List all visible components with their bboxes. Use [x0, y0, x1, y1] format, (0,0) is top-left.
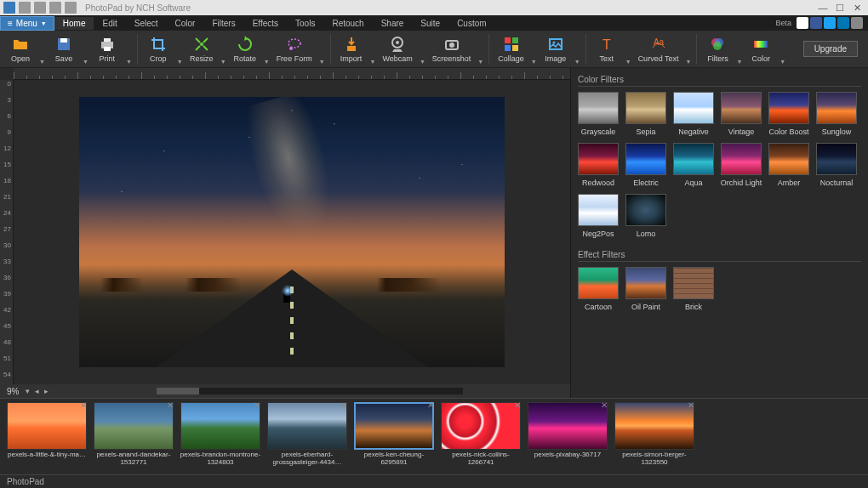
color-filter-sepia[interactable]: Sepia	[625, 92, 666, 136]
qa-save-icon[interactable]	[19, 2, 31, 14]
webcam-button[interactable]: Webcam	[378, 34, 418, 65]
facebook-icon[interactable]	[810, 17, 822, 29]
screenshot-dropdown[interactable]: ▼	[476, 59, 485, 65]
color-filter-lomo[interactable]: Lomo	[625, 194, 666, 238]
color-filter-vintage[interactable]: Vintage	[721, 92, 762, 136]
qa-undo-icon[interactable]	[34, 2, 46, 14]
collage-dropdown[interactable]: ▼	[529, 59, 539, 65]
curvedtext-dropdown[interactable]: ▼	[683, 59, 693, 65]
qa-redo-icon[interactable]	[49, 2, 61, 14]
filmstrip-item[interactable]: ✕pexels-pixabay-36717	[526, 402, 609, 471]
color-filter-electric[interactable]: Electric	[625, 143, 666, 187]
close-thumb-icon[interactable]: ✕	[167, 400, 174, 410]
filmstrip-item[interactable]: ✕pexels-simon-berger-1323550	[613, 402, 696, 471]
rotate-button[interactable]: Rotate	[228, 34, 262, 65]
filmstrip-item[interactable]: ✕pexels-ken-cheung-6295891	[352, 402, 436, 471]
text-dropdown[interactable]: ▼	[624, 59, 633, 65]
text-button[interactable]: TText	[590, 34, 624, 65]
close-thumb-icon[interactable]: ✕	[514, 400, 521, 410]
color-filter-orchid-light[interactable]: Orchid Light	[721, 143, 762, 187]
resize-dropdown[interactable]: ▼	[219, 59, 228, 65]
upgrade-button[interactable]: Upgrade	[803, 41, 858, 57]
viewport[interactable]	[14, 80, 570, 384]
tab-tools[interactable]: Tools	[287, 17, 323, 30]
h-scroll-thumb[interactable]	[157, 388, 199, 394]
color-filter-neg2pos[interactable]: Neg2Pos	[578, 194, 619, 238]
print-dropdown[interactable]: ▼	[124, 59, 134, 65]
close-thumb-icon[interactable]: ✕	[601, 400, 608, 410]
color-filter-sunglow[interactable]: Sunglow	[816, 92, 857, 136]
save-button[interactable]: Save	[47, 34, 81, 65]
zoom-dropdown-icon[interactable]: ▾	[26, 387, 30, 395]
import-dropdown[interactable]: ▼	[368, 59, 378, 65]
zoom-prev-icon[interactable]: ◂	[35, 387, 39, 395]
color-filter-redwood[interactable]: Redwood	[578, 143, 619, 187]
close-button[interactable]: ✕	[849, 2, 865, 14]
help-icon[interactable]	[851, 17, 863, 29]
filter-thumb	[721, 143, 762, 175]
tab-color[interactable]: Color	[167, 17, 204, 30]
crop-dropdown[interactable]: ▼	[175, 59, 185, 65]
color-filter-grayscale[interactable]: Grayscale	[578, 92, 619, 136]
filters-button[interactable]: Filters	[700, 34, 734, 65]
tab-effects[interactable]: Effects	[244, 17, 287, 30]
color-filter-negative[interactable]: Negative	[673, 92, 714, 136]
filmstrip-item[interactable]: ✕pexels-eberhard-grossgasteiger-4434…	[266, 402, 349, 471]
color-dropdown[interactable]: ▼	[778, 59, 787, 65]
crop-button[interactable]: Crop	[141, 34, 175, 65]
curvedtext-button[interactable]: AaCurved Text	[633, 34, 684, 65]
color-button[interactable]: Color	[744, 34, 778, 65]
save-dropdown[interactable]: ▼	[81, 59, 90, 65]
image-button[interactable]: Image	[539, 34, 573, 65]
tab-edit[interactable]: Edit	[94, 17, 125, 30]
maximize-button[interactable]: ☐	[832, 2, 848, 14]
main-menu-button[interactable]: ≡ Menu ▼	[0, 16, 54, 31]
freeform-button[interactable]: Free Form	[271, 34, 317, 65]
effect-filter-brick[interactable]: Brick	[673, 267, 714, 311]
close-thumb-icon[interactable]: ✕	[254, 400, 260, 410]
qa-new-icon[interactable]	[65, 2, 77, 14]
thumbs-up-icon[interactable]	[797, 17, 808, 29]
filter-thumb	[625, 143, 666, 175]
tab-home[interactable]: Home	[54, 17, 94, 30]
screenshot-button[interactable]: Screenshot	[427, 34, 477, 65]
freeform-dropdown[interactable]: ▼	[317, 59, 327, 65]
effect-filter-oil-paint[interactable]: Oil Paint	[625, 267, 666, 311]
print-button[interactable]: Print	[90, 34, 124, 65]
svg-point-5	[200, 43, 203, 46]
resize-button[interactable]: Resize	[185, 34, 219, 65]
filters-dropdown[interactable]: ▼	[734, 59, 744, 65]
minimize-button[interactable]: —	[815, 2, 831, 14]
open-dropdown[interactable]: ▼	[37, 59, 47, 65]
close-thumb-icon[interactable]: ✕	[688, 400, 694, 410]
import-button[interactable]: Import	[334, 34, 368, 65]
close-thumb-icon[interactable]: ✕	[427, 400, 434, 410]
webcam-dropdown[interactable]: ▼	[418, 59, 427, 65]
tab-custom[interactable]: Custom	[448, 17, 494, 30]
collage-button[interactable]: Collage	[493, 34, 529, 65]
rotate-dropdown[interactable]: ▼	[262, 59, 271, 65]
twitter-icon[interactable]	[824, 17, 836, 29]
color-filter-nocturnal[interactable]: Nocturnal	[816, 143, 857, 187]
filmstrip-item[interactable]: ✕pexels-nick-collins-1266741	[439, 402, 523, 471]
tab-select[interactable]: Select	[126, 17, 167, 30]
color-filter-color-boost[interactable]: Color Boost	[768, 92, 809, 136]
open-button[interactable]: Open	[3, 34, 37, 65]
image-dropdown[interactable]: ▼	[573, 59, 582, 65]
svg-rect-15	[505, 45, 511, 51]
filmstrip-item[interactable]: ✕pexels-anand-dandekar-1532771	[92, 402, 175, 471]
color-filter-aqua[interactable]: Aqua	[673, 143, 714, 187]
close-thumb-icon[interactable]: ✕	[340, 400, 347, 410]
color-filter-amber[interactable]: Amber	[768, 143, 809, 187]
filmstrip-item[interactable]: ✕pexels-a-little-&-tiny-ma…	[5, 402, 89, 471]
linkedin-icon[interactable]	[837, 17, 849, 29]
filmstrip-item[interactable]: ✕pexels-brandon-montrone-1324803	[179, 402, 262, 471]
tab-filters[interactable]: Filters	[203, 17, 243, 30]
zoom-next-icon[interactable]: ▸	[44, 387, 49, 395]
effect-filter-cartoon[interactable]: Cartoon	[578, 267, 619, 311]
close-thumb-icon[interactable]: ✕	[80, 400, 87, 410]
tab-retouch[interactable]: Retouch	[323, 17, 372, 30]
tab-share[interactable]: Share	[373, 17, 413, 30]
h-scrollbar[interactable]	[157, 388, 463, 394]
tab-suite[interactable]: Suite	[412, 17, 448, 30]
